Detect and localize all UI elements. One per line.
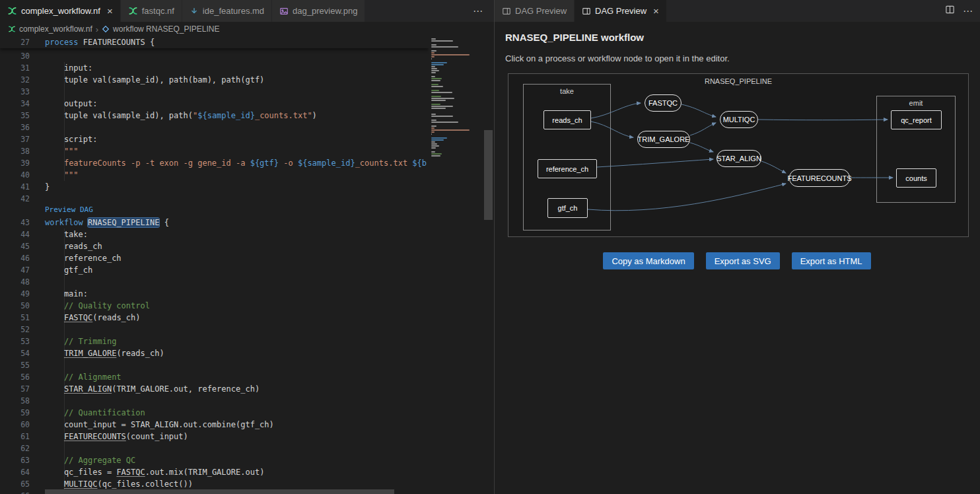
tab-label: dag_preview.png bbox=[293, 6, 357, 16]
minimap-line bbox=[431, 44, 437, 46]
tab-fastqc[interactable]: fastqc.nf bbox=[121, 0, 182, 22]
close-icon[interactable]: × bbox=[653, 6, 659, 16]
minimap-line bbox=[431, 72, 436, 73]
minimap-line bbox=[431, 68, 437, 69]
indent-guide bbox=[64, 62, 65, 181]
minimap-line bbox=[431, 40, 453, 42]
minimap-line bbox=[431, 147, 436, 149]
minimap-line bbox=[431, 38, 436, 40]
minimap-line bbox=[431, 80, 440, 81]
minimap-line bbox=[431, 114, 436, 115]
editor-actions: ⋯ bbox=[945, 0, 973, 22]
minimap-line bbox=[431, 98, 454, 99]
minimap-line bbox=[431, 137, 447, 139]
minimap-line bbox=[431, 129, 470, 131]
minimap-line bbox=[431, 141, 435, 143]
minimap-line bbox=[431, 66, 435, 67]
minimap-line bbox=[431, 56, 435, 57]
minimap-line bbox=[431, 52, 435, 53]
node-counts[interactable]: counts bbox=[896, 168, 936, 188]
breadcrumb[interactable]: complex_workflow.nf › workflow RNASEQ_PI… bbox=[0, 22, 494, 36]
more-actions-icon[interactable]: ⋯ bbox=[963, 5, 973, 17]
minimap-line bbox=[431, 155, 440, 157]
minimap-line bbox=[431, 125, 437, 127]
tab-label: ide_features.md bbox=[203, 6, 264, 16]
tab-dag-preview-png[interactable]: dag_preview.png bbox=[272, 0, 365, 22]
minimap-line bbox=[431, 133, 432, 135]
preview-icon bbox=[582, 7, 591, 16]
minimap-line bbox=[431, 76, 435, 77]
minimap-line bbox=[431, 86, 443, 87]
tab-label: fastqc.nf bbox=[142, 6, 174, 16]
node-gtf-ch[interactable]: gtf_ch bbox=[547, 198, 588, 218]
tab-ide-features[interactable]: ide_features.md bbox=[182, 0, 272, 22]
code-editor[interactable]: 3031 input:32 tuple val(sample_id), path… bbox=[0, 36, 494, 494]
minimap-line bbox=[431, 116, 453, 117]
copy-as-markdown-button[interactable]: Copy as Markdown bbox=[603, 252, 693, 269]
minimap-line bbox=[431, 50, 437, 52]
chevron-right-icon: › bbox=[96, 24, 98, 34]
tab-dag-preview-inactive[interactable]: DAG Preview bbox=[495, 0, 575, 22]
editor-group-left: complex_workflow.nf × fastqc.nf ide_feat… bbox=[0, 0, 494, 494]
sticky-scroll-line[interactable]: 27process FEATURECOUNTS { bbox=[0, 36, 429, 48]
export-buttons: Copy as Markdown Export as SVG Export as… bbox=[505, 252, 969, 269]
nextflow-icon bbox=[8, 25, 16, 33]
tab-complex-workflow[interactable]: complex_workflow.nf × bbox=[0, 0, 121, 22]
minimap-line bbox=[431, 145, 439, 147]
minimap-line bbox=[431, 92, 452, 93]
tab-label: DAG Preview bbox=[595, 6, 647, 16]
minimap-line bbox=[431, 58, 432, 59]
dag-diagram: RNASEQ_PIPELINE take emit bbox=[508, 73, 969, 237]
horizontal-scrollbar[interactable] bbox=[45, 489, 394, 494]
vertical-scrollbar[interactable] bbox=[484, 130, 493, 220]
node-fastqc[interactable]: FASTQC bbox=[645, 94, 682, 112]
dag-hint: Click on a process or workflow node to o… bbox=[505, 53, 969, 63]
codelens-row[interactable]: Preview DAG bbox=[0, 205, 429, 217]
minimap-line bbox=[431, 104, 440, 105]
minimap[interactable] bbox=[429, 36, 481, 489]
minimap-line bbox=[431, 54, 470, 55]
close-icon[interactable]: × bbox=[107, 6, 113, 16]
code-line: 43workflow RNASEQ_PIPELINE { bbox=[0, 217, 429, 229]
minimap-line bbox=[431, 70, 439, 71]
tab-overflow-button[interactable]: ⋯ bbox=[473, 0, 483, 22]
code-line: 30 bbox=[0, 50, 429, 62]
minimap-line bbox=[431, 122, 458, 123]
tab-bar-left: complex_workflow.nf × fastqc.nf ide_feat… bbox=[0, 0, 494, 22]
export-as-html-button[interactable]: Export as HTML bbox=[792, 252, 871, 269]
node-qc-report[interactable]: qc_report bbox=[891, 110, 942, 129]
dag-preview-webview: RNASEQ_PIPELINE workflow Click on a proc… bbox=[495, 22, 980, 494]
minimap-line bbox=[431, 96, 441, 97]
split-editor-icon[interactable] bbox=[945, 5, 955, 17]
code-line: 27process FEATURECOUNTS { bbox=[0, 36, 429, 48]
node-reads-ch[interactable]: reads_ch bbox=[543, 110, 591, 129]
breadcrumb-file[interactable]: complex_workflow.nf bbox=[19, 24, 92, 34]
indent-guide bbox=[64, 229, 65, 490]
node-featurecounts[interactable]: FEATURECOUNTS bbox=[789, 169, 850, 187]
image-icon bbox=[279, 7, 289, 16]
minimap-line bbox=[431, 131, 435, 133]
minimap-line bbox=[431, 64, 444, 65]
code-line: 42 bbox=[0, 193, 429, 205]
minimap-line bbox=[431, 84, 438, 85]
tab-label: complex_workflow.nf bbox=[21, 6, 100, 16]
node-multiqc[interactable]: MULTIQC bbox=[720, 111, 758, 128]
code-line: 41} bbox=[0, 181, 429, 193]
editor-group-right: DAG Preview DAG Preview × ⋯ RNASEQ_PIPEL… bbox=[494, 0, 980, 494]
export-as-svg-button[interactable]: Export as SVG bbox=[706, 252, 780, 269]
dag-title: RNASEQ_PIPELINE workflow bbox=[505, 32, 969, 43]
tab-bar-right: DAG Preview DAG Preview × ⋯ bbox=[495, 0, 980, 22]
nextflow-icon bbox=[128, 6, 138, 16]
node-star-align[interactable]: STAR_ALIGN bbox=[717, 150, 761, 167]
minimap-line bbox=[431, 120, 437, 121]
minimap-line bbox=[431, 127, 435, 129]
minimap-line bbox=[431, 100, 446, 101]
nextflow-icon bbox=[7, 6, 17, 16]
breadcrumb-symbol[interactable]: workflow RNASEQ_PIPELINE bbox=[113, 24, 219, 34]
tab-dag-preview-active[interactable]: DAG Preview × bbox=[575, 0, 667, 22]
minimap-line bbox=[431, 106, 453, 107]
node-reference-ch[interactable]: reference_ch bbox=[538, 159, 597, 178]
node-trim-galore[interactable]: TRIM_GALORE bbox=[637, 131, 690, 148]
minimap-line bbox=[431, 62, 447, 63]
minimap-line bbox=[431, 143, 437, 145]
